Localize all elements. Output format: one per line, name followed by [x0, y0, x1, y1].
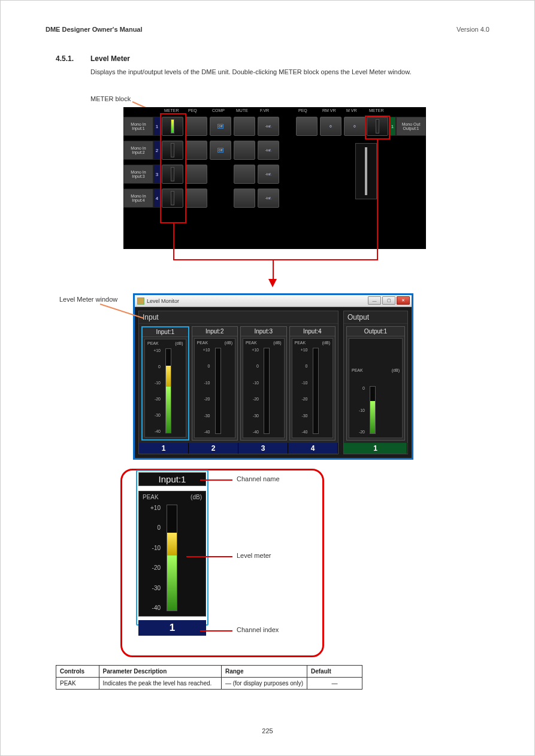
strip-name: Output:1 [347, 327, 404, 336]
output-group: Output Output:1 PEAK (dB) 0-10-20 [343, 311, 408, 454]
flow-head-meter: METER [164, 108, 179, 116]
section-description: Displays the input/output levels of the … [90, 68, 480, 77]
flow-peq-2[interactable] [186, 141, 207, 160]
flow-input-num-2: 2 [153, 141, 161, 160]
parameter-table: Controls Parameter Description Range Def… [56, 665, 362, 690]
leader-line [186, 556, 232, 557]
flow-mute-1[interactable] [234, 117, 255, 136]
strip-meter: PEAK(dB) +100-10-20-30-40 [243, 338, 285, 438]
output-strip-1[interactable]: Output:1 PEAK (dB) 0-10-20 [346, 326, 405, 441]
strip-meter: PEAK (dB) 0-10-20 [349, 338, 403, 438]
connector-line [377, 139, 378, 259]
strip-name: Input:1 [143, 327, 188, 337]
zoom-channel-index: 1 [138, 620, 206, 636]
window-titlebar: Level Monitor — ▢ ✕ [135, 295, 412, 307]
flow-head-mute: MUTE [236, 108, 248, 116]
peak-label: PEAK [197, 341, 208, 345]
meter-block-annotation: METER block [90, 95, 131, 102]
flow-out-mvr[interactable]: 0 [344, 117, 365, 136]
db-label: (dB) [273, 341, 281, 345]
flow-mute-2[interactable] [234, 141, 255, 160]
input-strip-2[interactable]: Input:2 PEAK(dB) +100-10-20-30-40 [192, 326, 238, 441]
flow-meter-out[interactable] [367, 117, 388, 136]
flow-mute-4[interactable] [234, 189, 255, 208]
flow-input-num-1: 1 [153, 117, 161, 136]
flow-fvr-3[interactable]: -Inf. [258, 165, 279, 184]
flow-head-rmvr: RM VR [322, 108, 336, 116]
window-maximize-button[interactable]: ▢ [382, 296, 395, 305]
level-monitor-window: Level Monitor — ▢ ✕ Input Input:1 PEAK (… [133, 293, 413, 460]
connector-line [273, 259, 274, 280]
flow-head-peq: PEQ [188, 108, 197, 116]
flow-head-mvr: M VR [346, 108, 357, 116]
leader-channel-name: Channel name [237, 475, 280, 482]
input-group: Input Input:1 PEAK (dB) +100-10-20-30-40 [138, 311, 338, 454]
input-index-1[interactable]: 1 [139, 443, 189, 454]
leader-line [200, 479, 232, 481]
window-minimize-button[interactable]: — [368, 296, 381, 305]
strip-name: Input:3 [241, 327, 286, 336]
peak-label: PEAK [143, 494, 159, 500]
table-head-range: Range [221, 666, 307, 678]
flow-input-1[interactable]: Mono InInput:1 [123, 117, 153, 136]
flow-meter-in-2[interactable] [162, 141, 183, 160]
flow-input-3[interactable]: Mono InInput:3 [123, 165, 153, 184]
table-head-desc: Parameter Description [99, 666, 221, 678]
db-label: (dB) [392, 368, 400, 372]
page-header-title: DME Designer Owner's Manual [46, 26, 143, 33]
output-index-1[interactable]: 1 [344, 443, 407, 454]
page-number: 225 [1, 727, 534, 734]
flow-input-2[interactable]: Mono InInput:2 [123, 141, 153, 160]
flow-comp-2[interactable]: Off [210, 141, 231, 160]
leader-level-meter: Level meter [237, 552, 271, 559]
strip-name: Input:4 [290, 327, 335, 336]
flow-fvr-2[interactable]: -Inf. [258, 141, 279, 160]
flow-head-out-peq: PEQ [298, 108, 307, 116]
flow-peq-4[interactable] [186, 189, 207, 208]
input-strip-3[interactable]: Input:3 PEAK(dB) +100-10-20-30-40 [240, 326, 287, 441]
flow-meter-in-4[interactable] [162, 189, 183, 208]
flow-master-fader[interactable] [355, 143, 377, 199]
flow-head-out-meter: METER [369, 108, 384, 116]
strip-meter: PEAK(dB) +100-10-20-30-40 [292, 338, 334, 438]
db-label: (dB) [322, 341, 330, 345]
flow-comp-1[interactable]: Off [210, 117, 231, 136]
input-index-3[interactable]: 3 [238, 443, 288, 454]
level-monitor-annotation: Level Meter window [59, 296, 125, 303]
flow-peq-3[interactable] [186, 165, 207, 184]
flow-fvr-1[interactable]: -Inf. [258, 117, 279, 136]
flow-input-num-4: 4 [153, 189, 161, 208]
flow-peq-1[interactable] [186, 117, 207, 136]
input-group-title: Input [139, 311, 338, 324]
flow-meter-in-1[interactable] [162, 117, 183, 136]
input-index-2[interactable]: 2 [189, 443, 238, 454]
flow-out-peq[interactable] [296, 117, 318, 136]
section-heading: 4.5.1.Level Meter [56, 54, 130, 63]
flow-input-num-3: 3 [153, 165, 161, 184]
peak-label: PEAK [295, 341, 306, 345]
flow-mute-3[interactable] [234, 165, 255, 184]
input-strip-4[interactable]: Input:4 PEAK(dB) +100-10-20-30-40 [289, 326, 336, 441]
flow-head-fvr: F.VR [260, 108, 269, 116]
table-row: PEAK Indicates the peak the level has re… [56, 678, 362, 690]
flow-meter-in-3[interactable] [162, 165, 183, 184]
leader-line [200, 630, 232, 631]
flow-output[interactable]: Mono OutOutput:1 [396, 117, 426, 136]
page-header-version: Version 4.0 [457, 26, 489, 33]
signal-flow-panel: METER PEQ COMP MUTE F.VR PEQ RM VR M VR … [123, 107, 426, 249]
leader-channel-index: Channel index [237, 626, 279, 633]
flow-fvr-4[interactable]: -Inf. [258, 189, 279, 208]
flow-head-comp: COMP [212, 108, 225, 116]
db-label: (dB) [225, 341, 232, 345]
peak-label: PEAK [147, 341, 159, 345]
input-strip-1[interactable]: Input:1 PEAK (dB) +100-10-20-30-40 [141, 326, 189, 441]
flow-out-rmvr[interactable]: 0 [320, 117, 341, 136]
input-index-4[interactable]: 4 [288, 443, 338, 454]
window-title: Level Monitor [147, 298, 179, 304]
flow-input-4[interactable]: Mono InInput:4 [123, 189, 153, 208]
strip-name: Input:2 [192, 327, 238, 336]
strip-meter: PEAK(dB) +100-10-20-30-40 [194, 338, 236, 438]
window-close-button[interactable]: ✕ [397, 296, 410, 305]
flow-output-num: 1 [389, 117, 396, 136]
db-label: (dB) [191, 494, 202, 500]
